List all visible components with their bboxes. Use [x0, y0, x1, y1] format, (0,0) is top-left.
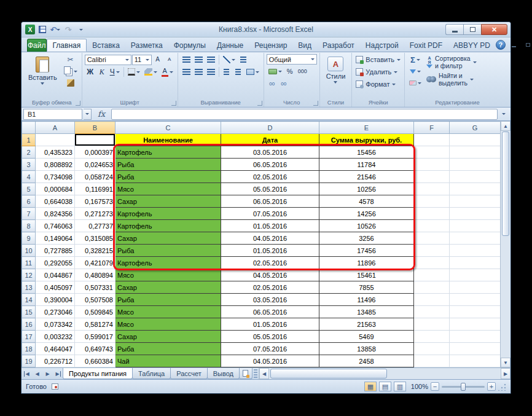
undo-button[interactable]: ↶ — [50, 24, 61, 35]
cell-F12[interactable] — [414, 269, 450, 281]
column-header-C[interactable]: C — [115, 122, 221, 134]
cell-A2[interactable]: 0,435323 — [36, 146, 75, 159]
tab-Вставка[interactable]: Вставка — [87, 39, 125, 52]
row-header-11[interactable]: 11 — [22, 257, 36, 269]
orientation-button[interactable] — [221, 54, 237, 65]
cell-D10[interactable]: 01.05.2016 — [221, 245, 319, 257]
italic-button[interactable]: К — [96, 66, 108, 77]
cell-A5[interactable]: 0,000684 — [36, 183, 75, 195]
cell-D15[interactable]: 06.05.2016 — [221, 306, 319, 318]
sheet-tab-Вывод[interactable]: Вывод — [207, 368, 240, 379]
row-header-9[interactable]: 9 — [22, 232, 36, 245]
format-painter-button[interactable] — [62, 77, 79, 88]
fill-button[interactable] — [407, 66, 423, 77]
cell-F15[interactable] — [414, 306, 450, 318]
cell-E16[interactable]: 21563 — [319, 318, 414, 331]
cell-B2[interactable]: 0,000397 — [75, 146, 115, 159]
row-header-5[interactable]: 5 — [22, 183, 36, 195]
underline-button[interactable]: Ч — [108, 66, 122, 77]
vertical-scroll-thumb[interactable] — [502, 131, 509, 236]
align-bottom-button[interactable] — [205, 54, 217, 65]
scroll-down-button[interactable]: ▼ — [501, 358, 510, 367]
excel-logo-icon[interactable]: X — [25, 25, 35, 34]
cell-C11[interactable]: Картофель — [115, 257, 221, 269]
cell-E10[interactable]: 17456 — [319, 245, 414, 257]
cell-B18[interactable]: 0,649743 — [75, 343, 115, 355]
cell-A19[interactable]: 0,226712 — [36, 355, 75, 367]
clear-button[interactable] — [407, 77, 423, 88]
increase-indent-button[interactable] — [233, 66, 244, 77]
dialog-launcher-icon[interactable] — [76, 101, 80, 106]
cell-A8[interactable]: 0,746063 — [36, 220, 75, 232]
cell-C14[interactable]: Рыба — [115, 294, 221, 306]
row-header-17[interactable]: 17 — [22, 331, 36, 343]
cell-E6[interactable]: 4578 — [319, 195, 414, 208]
font-size-combo[interactable]: 11 — [132, 55, 152, 65]
cell-D12[interactable]: 04.05.2016 — [221, 269, 319, 281]
shrink-font-button[interactable]: А — [164, 54, 175, 65]
horizontal-scrollbar[interactable]: ◀ ▶ — [259, 368, 510, 379]
cell-C5[interactable]: Мясо — [115, 183, 221, 195]
cell-C18[interactable]: Рыба — [115, 343, 221, 355]
insert-cells-button[interactable]: Вставить — [354, 54, 402, 65]
cell-E14[interactable]: 11496 — [319, 294, 414, 306]
align-middle-button[interactable] — [193, 54, 205, 65]
expand-formula-bar-button[interactable] — [499, 113, 509, 115]
cell-D13[interactable]: 02.05.2016 — [221, 281, 319, 294]
number-format-combo[interactable]: Общий — [267, 54, 317, 65]
cell-A18[interactable]: 0,464047 — [36, 343, 75, 355]
cell-F1[interactable] — [414, 134, 450, 146]
sheet-tab-Таблица[interactable]: Таблица — [132, 368, 171, 379]
cell-F16[interactable] — [414, 318, 450, 331]
formula-input[interactable] — [111, 109, 498, 120]
align-right-button[interactable] — [205, 66, 217, 77]
copy-button[interactable] — [62, 66, 79, 77]
scroll-up-button[interactable]: ▲ — [501, 121, 510, 131]
font-color-button[interactable]: А — [160, 66, 175, 77]
cell-B12[interactable]: 0,480894 — [75, 269, 115, 281]
horizontal-scroll-track[interactable] — [388, 368, 501, 379]
cell-G4[interactable] — [450, 171, 501, 183]
bold-button[interactable]: Ж — [85, 66, 96, 77]
cell-F18[interactable] — [414, 343, 450, 355]
tab-Надстрой[interactable]: Надстрой — [360, 39, 404, 52]
cell-F7[interactable] — [414, 208, 450, 220]
delete-cells-button[interactable]: Удалить — [354, 66, 402, 77]
cell-D16[interactable]: 01.05.2016 — [221, 318, 319, 331]
align-top-button[interactable] — [181, 54, 192, 65]
customize-qat-button[interactable] — [76, 24, 87, 35]
zoom-slider[interactable] — [442, 386, 485, 388]
cell-G15[interactable] — [450, 306, 501, 318]
increase-decimal-button[interactable]: 00 — [267, 78, 278, 89]
cell-E11[interactable]: 11896 — [319, 257, 414, 269]
cell-D9[interactable]: 04.05.2016 — [221, 232, 319, 245]
close-button[interactable]: ✕ — [481, 24, 507, 35]
next-sheet-button[interactable]: ▶ — [42, 368, 53, 379]
cell-A17[interactable]: 0,003232 — [36, 331, 75, 343]
tab-Foxit PDF[interactable]: Foxit PDF — [404, 39, 448, 52]
tab-Главная[interactable]: Главная — [47, 39, 87, 52]
restore-button[interactable] — [463, 24, 481, 35]
view-page-layout-button[interactable]: ▤ — [379, 382, 391, 391]
cell-B5[interactable]: 0,116991 — [75, 183, 115, 195]
cell-G2[interactable] — [450, 146, 501, 159]
cell-F5[interactable] — [414, 183, 450, 195]
cell-F2[interactable] — [414, 146, 450, 159]
cell-D5[interactable]: 05.05.2016 — [221, 183, 319, 195]
cell-A12[interactable]: 0,044867 — [36, 269, 75, 281]
cell-A6[interactable]: 0,664038 — [36, 195, 75, 208]
cell-G9[interactable] — [450, 232, 501, 245]
cell-F11[interactable] — [414, 257, 450, 269]
cell-D8[interactable]: 01.05.2016 — [221, 220, 319, 232]
align-left-button[interactable] — [181, 66, 192, 77]
select-all-corner[interactable] — [22, 122, 36, 134]
cell-B9[interactable]: 0,315085 — [75, 232, 115, 245]
column-header-F[interactable]: F — [414, 122, 450, 134]
cell-E2[interactable]: 15456 — [319, 146, 414, 159]
cell-D18[interactable]: 07.05.2016 — [221, 343, 319, 355]
redo-button[interactable]: ↷ — [63, 24, 74, 35]
workbook-minimize-button[interactable] — [509, 41, 520, 49]
cell-B16[interactable]: 0,581274 — [75, 318, 115, 331]
cell-F3[interactable] — [414, 159, 450, 171]
wrap-text-button[interactable] — [238, 54, 249, 65]
